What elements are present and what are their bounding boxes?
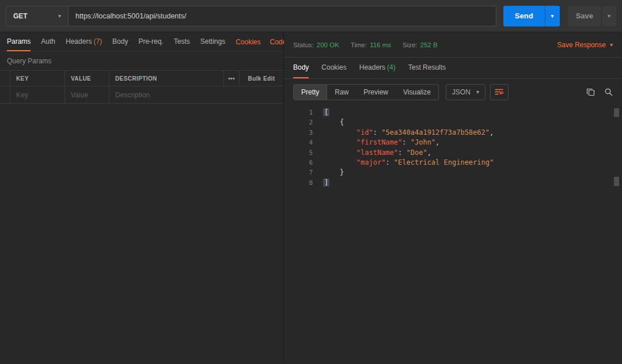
- tab-label: Tests: [174, 37, 190, 46]
- tab-pre-request[interactable]: Pre-req.: [138, 32, 163, 51]
- tab-test-results[interactable]: Test Results: [408, 58, 446, 78]
- send-options-button[interactable]: ▾: [545, 6, 560, 26]
- row-select-cell[interactable]: [0, 86, 10, 103]
- code-line: 7 }: [284, 168, 622, 177]
- tab-label: Params: [7, 37, 31, 46]
- url-input[interactable]: https://localhost:5001/api/students/: [68, 6, 496, 26]
- tab-tests[interactable]: Tests: [174, 32, 190, 51]
- save-response-label: Save Response: [557, 41, 606, 49]
- copy-button[interactable]: [586, 88, 595, 96]
- tab-auth[interactable]: Auth: [41, 32, 55, 51]
- code-text: {: [323, 117, 344, 127]
- line-number: 1: [284, 108, 323, 117]
- line-number: 4: [284, 138, 323, 147]
- bulk-edit-button[interactable]: Bulk Edit: [240, 71, 283, 86]
- code-segment-plain: :: [402, 138, 410, 146]
- size-label: Size:: [403, 41, 418, 48]
- request-panel: Params Auth Headers (7) Body Pre-req. Te…: [0, 32, 284, 363]
- table-header-row: KEY VALUE DESCRIPTION ••• Bulk Edit: [0, 71, 283, 86]
- code-text: "firstName": "John",: [323, 138, 439, 147]
- code-segment-plain: :: [373, 128, 381, 136]
- chevron-down-icon: ▾: [476, 89, 479, 95]
- code-line: 5 "lastName": "Doe",: [284, 148, 622, 158]
- view-preview[interactable]: Preview: [356, 85, 396, 100]
- tab-label: Body: [112, 37, 128, 46]
- time-badge: Time: 116 ms: [351, 41, 391, 48]
- code-segment-key: "major": [356, 158, 386, 166]
- scrollbar-mark[interactable]: [614, 177, 619, 186]
- method-select[interactable]: GET ▾: [6, 6, 68, 26]
- wrap-text-button[interactable]: [490, 84, 509, 100]
- tab-label: Test Results: [408, 63, 446, 71]
- code-segment-plain: {: [323, 118, 344, 126]
- save-response-button[interactable]: Save Response ▾: [557, 41, 613, 49]
- chevron-down-icon: ▾: [551, 13, 554, 19]
- save-split-button: Save ▾: [568, 6, 616, 26]
- column-header-key: KEY: [10, 71, 65, 86]
- status-badge: Status: 200 OK: [293, 41, 339, 48]
- line-number: 8: [284, 178, 323, 188]
- description-input[interactable]: Description: [109, 86, 283, 103]
- code-line: 4 "firstName": "John",: [284, 138, 622, 147]
- size-badge: Size: 252 B: [403, 41, 438, 48]
- code-segment-plain: [323, 158, 356, 166]
- method-label: GET: [13, 12, 28, 20]
- tab-headers[interactable]: Headers (7): [66, 32, 102, 51]
- view-pretty[interactable]: Pretty: [294, 85, 327, 100]
- code-line: 1[: [284, 108, 622, 117]
- language-select[interactable]: JSON ▾: [446, 84, 486, 100]
- key-input[interactable]: Key: [10, 86, 65, 103]
- code-segment-plain: [323, 128, 356, 136]
- tab-body[interactable]: Body: [112, 32, 128, 51]
- code-segment-string: "Doe": [407, 149, 427, 157]
- main-split: Params Auth Headers (7) Body Pre-req. Te…: [0, 32, 622, 363]
- more-options-icon[interactable]: •••: [224, 71, 240, 86]
- search-button[interactable]: [604, 88, 613, 96]
- save-button[interactable]: Save: [568, 6, 601, 26]
- response-body-viewer[interactable]: 1[2 {3 "id": "5ea340a4a1912f73a7b58e62",…: [284, 105, 622, 363]
- send-button[interactable]: Send: [503, 6, 545, 26]
- view-visualize[interactable]: Visualize: [396, 85, 438, 100]
- tab-params[interactable]: Params: [7, 32, 31, 51]
- response-panel: Status: 200 OK Time: 116 ms Size: 252 B …: [284, 32, 622, 363]
- tab-settings[interactable]: Settings: [200, 32, 225, 51]
- tab-response-cookies[interactable]: Cookies: [321, 58, 346, 78]
- tab-response-body[interactable]: Body: [293, 58, 309, 78]
- status-value: 200 OK: [317, 41, 339, 48]
- code-segment-plain: ,: [490, 128, 494, 136]
- line-number: 6: [284, 158, 323, 168]
- save-options-button[interactable]: ▾: [601, 6, 616, 26]
- cookies-link[interactable]: Cookies: [236, 38, 260, 46]
- code-segment-key: "firstName": [356, 138, 402, 146]
- code-segment-plain: :: [385, 158, 393, 166]
- view-raw[interactable]: Raw: [327, 85, 356, 100]
- code-text: [: [323, 108, 329, 117]
- chevron-down-icon: ▾: [58, 13, 61, 19]
- code-text: "id": "5ea340a4a1912f73a7b58e62",: [323, 128, 494, 138]
- chevron-down-icon: ▾: [610, 41, 613, 48]
- copy-icon: [586, 88, 595, 96]
- headers-count-badge: (4): [387, 63, 396, 71]
- code-segment-string: "John": [411, 138, 435, 146]
- size-value: 252 B: [420, 41, 438, 48]
- code-segment-key: "lastName": [356, 149, 398, 157]
- tab-response-headers[interactable]: Headers (4): [359, 58, 396, 78]
- response-tabs: Body Cookies Headers (4) Test Results: [284, 58, 622, 79]
- row-select-column: [0, 71, 10, 86]
- tab-label: Settings: [200, 37, 225, 46]
- scrollbar-thumb[interactable]: [614, 108, 619, 117]
- response-meta-bar: Status: 200 OK Time: 116 ms Size: 252 B …: [284, 32, 622, 58]
- json-code-lines: 1[2 {3 "id": "5ea340a4a1912f73a7b58e62",…: [284, 108, 622, 188]
- value-input[interactable]: Value: [65, 86, 109, 103]
- search-icon: [604, 88, 613, 96]
- chevron-down-icon: ▾: [608, 13, 610, 19]
- postman-window: GET ▾ https://localhost:5001/api/student…: [0, 0, 622, 364]
- code-segment-string: "Electrical Engineering": [394, 158, 494, 166]
- send-split-button: Send ▾: [503, 6, 560, 26]
- request-tab-links: Cookies Code: [236, 32, 286, 51]
- table-row: Key Value Description: [0, 86, 283, 104]
- headers-count-badge: (7): [93, 37, 102, 46]
- tab-label: Auth: [41, 37, 55, 46]
- status-label: Status:: [293, 41, 314, 48]
- tab-label: Body: [293, 63, 309, 71]
